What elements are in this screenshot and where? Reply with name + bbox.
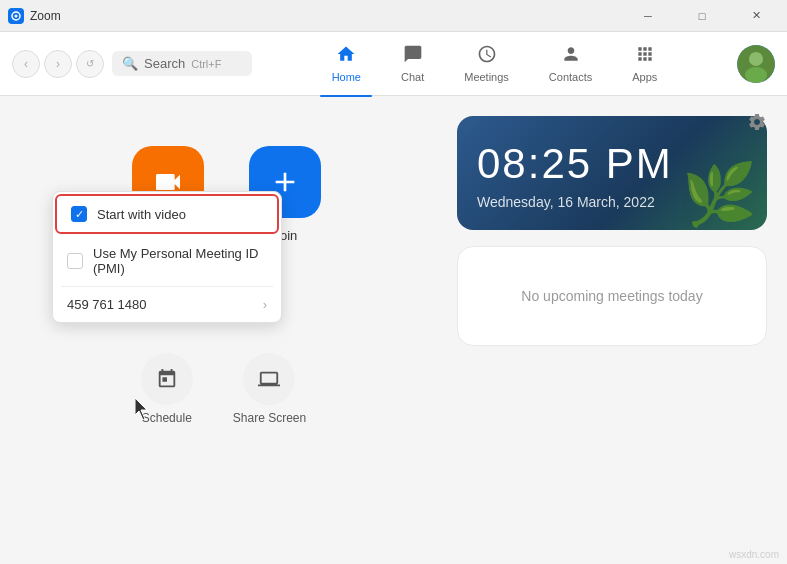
main-content: New Meeting ▾ Join Start — [0, 96, 787, 564]
tab-home[interactable]: Home — [314, 38, 379, 89]
title-bar: Zoom ─ □ ✕ — [0, 0, 787, 32]
history-button[interactable]: ↺ — [76, 50, 104, 78]
tab-home-label: Home — [332, 71, 361, 83]
tab-meetings[interactable]: Meetings — [446, 38, 527, 89]
zoom-icon — [8, 8, 24, 24]
clock-card: 08:25 PM Wednesday, 16 March, 2022 🌿 — [457, 116, 767, 230]
pmi-arrow-icon: › — [263, 297, 267, 312]
no-meetings-text: No upcoming meetings today — [521, 288, 702, 304]
bottom-actions: Schedule Share Screen — [141, 353, 306, 425]
tab-apps-label: Apps — [632, 71, 657, 83]
nav-controls: ‹ › ↺ — [12, 50, 104, 78]
share-screen-label: Share Screen — [233, 411, 306, 425]
app-title: Zoom — [30, 9, 625, 23]
svg-point-2 — [15, 14, 18, 17]
tab-chat-label: Chat — [401, 71, 424, 83]
use-personal-id-checkbox[interactable] — [67, 253, 83, 269]
right-panel: 08:25 PM Wednesday, 16 March, 2022 🌿 No … — [447, 96, 787, 564]
search-shortcut: Ctrl+F — [191, 58, 221, 70]
share-screen-button[interactable]: Share Screen — [233, 353, 306, 425]
svg-point-5 — [745, 67, 767, 83]
left-panel: New Meeting ▾ Join Start — [0, 96, 447, 564]
chat-icon — [403, 44, 423, 69]
use-personal-id-label: Use My Personal Meeting ID (PMI) — [93, 246, 267, 276]
back-button[interactable]: ‹ — [12, 50, 40, 78]
forward-button[interactable]: › — [44, 50, 72, 78]
tab-meetings-label: Meetings — [464, 71, 509, 83]
no-meetings-card: No upcoming meetings today — [457, 246, 767, 346]
start-with-video-label: Start with video — [97, 207, 186, 222]
tab-contacts-label: Contacts — [549, 71, 592, 83]
minimize-button[interactable]: ─ — [625, 0, 671, 32]
close-button[interactable]: ✕ — [733, 0, 779, 32]
schedule-icon-bg — [141, 353, 193, 405]
contacts-icon — [561, 44, 581, 69]
use-personal-id-option[interactable]: Use My Personal Meeting ID (PMI) — [53, 236, 281, 286]
apps-icon — [635, 44, 655, 69]
new-meeting-dropdown: Start with video Use My Personal Meeting… — [52, 191, 282, 323]
tab-contacts[interactable]: Contacts — [531, 38, 610, 89]
home-icon — [336, 44, 356, 69]
watermark: wsxdn.com — [729, 549, 779, 560]
search-bar[interactable]: 🔍 Search Ctrl+F — [112, 51, 252, 76]
plant-decoration-icon: 🌿 — [682, 159, 757, 230]
nav-tabs: Home Chat Meetings Contacts Apps — [260, 38, 729, 89]
tab-chat[interactable]: Chat — [383, 38, 442, 89]
schedule-label: Schedule — [142, 411, 192, 425]
pmi-id-value: 459 761 1480 — [67, 297, 147, 312]
maximize-button[interactable]: □ — [679, 0, 725, 32]
pmi-row[interactable]: 459 761 1480 › — [53, 287, 281, 322]
tab-apps[interactable]: Apps — [614, 38, 675, 89]
start-with-video-checkbox[interactable] — [71, 206, 87, 222]
nav-bar: ‹ › ↺ 🔍 Search Ctrl+F Home Chat Meetings — [0, 32, 787, 96]
search-icon: 🔍 — [122, 56, 138, 71]
svg-point-4 — [749, 52, 763, 66]
start-with-video-option[interactable]: Start with video — [55, 194, 279, 234]
meetings-icon — [477, 44, 497, 69]
schedule-button[interactable]: Schedule — [141, 353, 193, 425]
settings-button[interactable] — [743, 108, 771, 136]
window-controls: ─ □ ✕ — [625, 0, 779, 32]
share-screen-icon-bg — [243, 353, 295, 405]
avatar[interactable] — [737, 45, 775, 83]
search-label: Search — [144, 56, 185, 71]
